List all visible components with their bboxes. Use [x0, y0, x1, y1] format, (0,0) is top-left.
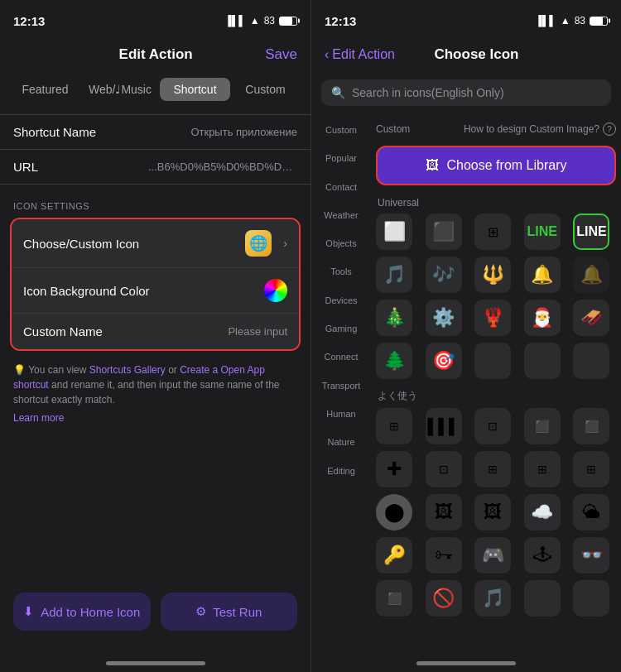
- category-nature[interactable]: Nature: [311, 428, 371, 456]
- library-btn-label: Choose from Library: [447, 158, 567, 173]
- category-human[interactable]: Human: [311, 400, 371, 428]
- help-icon[interactable]: ?: [603, 122, 616, 136]
- learn-more-link[interactable]: Learn more: [13, 410, 297, 425]
- tabs-container: Featured Web/♩Music Shortcut Custom: [0, 73, 310, 106]
- icon-cell[interactable]: [573, 343, 609, 379]
- right-content-area: Custom Popular Contact Weather Objects T…: [311, 113, 621, 644]
- icon-cell[interactable]: ⬤: [376, 494, 412, 530]
- icon-cell[interactable]: [524, 580, 561, 617]
- add-to-home-button[interactable]: ⬇ Add to Home Icon: [13, 593, 151, 631]
- battery-percent-right: 83: [575, 15, 585, 26]
- icon-cell[interactable]: ⬛: [573, 408, 609, 444]
- icon-settings-box: Choose/Custom Icon 🌐 › Icon Background C…: [10, 218, 301, 351]
- tab-featured[interactable]: Featured: [10, 78, 80, 101]
- icon-cell[interactable]: 🔑: [376, 537, 412, 574]
- icon-cell[interactable]: ⊞: [474, 214, 511, 250]
- icon-color-row[interactable]: Icon Background Color: [12, 268, 299, 314]
- icon-grid-yoku-1: ⊞ ▌▌▌ ⊡ ⬛ ⬛: [376, 408, 616, 444]
- choose-icon-label: Choose/Custom Icon: [23, 237, 139, 251]
- choose-icon-row[interactable]: Choose/Custom Icon 🌐 ›: [12, 219, 299, 268]
- icon-cell[interactable]: 🎄: [376, 300, 412, 336]
- icon-cell[interactable]: 🎵: [376, 257, 412, 293]
- battery-percent-left: 83: [264, 15, 275, 26]
- signal-icon-right: ▐▌▌: [535, 15, 556, 26]
- icon-color-label: Icon Background Color: [23, 284, 150, 298]
- icon-cell[interactable]: 🔔: [524, 257, 561, 293]
- test-label: Test Run: [213, 605, 262, 619]
- icon-cell[interactable]: ⬛: [426, 214, 462, 250]
- icon-cell[interactable]: ⊡: [474, 408, 511, 444]
- icon-cell[interactable]: ⬛: [376, 580, 412, 617]
- hint-text-2: or: [168, 364, 180, 376]
- wifi-icon-right: ▲: [561, 15, 570, 26]
- right-panel: 12:13 ▐▌▌ ▲ 83 ‹ Edit Action Choose Icon…: [310, 0, 621, 672]
- icon-cell[interactable]: 🎅: [524, 300, 561, 336]
- back-button[interactable]: ‹ Edit Action: [325, 47, 395, 62]
- icon-cell[interactable]: 🔔: [573, 257, 609, 293]
- test-run-button[interactable]: ⚙ Test Run: [161, 593, 298, 631]
- icon-cell[interactable]: 👓: [573, 537, 609, 574]
- icon-cell[interactable]: 🗝: [426, 537, 462, 574]
- icon-grid-universal-2: 🎵 🎶 🔱 🔔 🔔: [376, 257, 616, 293]
- icon-cell[interactable]: 🦞: [474, 300, 511, 336]
- icon-cell[interactable]: 🌥: [573, 494, 609, 530]
- home-indicator-left: [0, 644, 310, 672]
- category-gaming[interactable]: Gaming: [311, 314, 371, 343]
- icon-cell[interactable]: ▌▌▌: [426, 408, 462, 444]
- color-wheel-icon[interactable]: [264, 279, 287, 302]
- icon-cell[interactable]: [524, 343, 561, 379]
- hint-section: 💡 You can view Shortcuts Gallery or Crea…: [0, 354, 310, 434]
- shortcuts-gallery-link[interactable]: Shortcuts Gallery: [89, 364, 166, 376]
- category-popular[interactable]: Popular: [311, 144, 371, 172]
- category-weather[interactable]: Weather: [311, 201, 371, 229]
- time-left: 12:13: [13, 14, 45, 28]
- icon-cell[interactable]: 🖼: [474, 494, 511, 530]
- category-custom[interactable]: Custom: [311, 116, 371, 144]
- category-transport[interactable]: Transport: [311, 372, 371, 400]
- home-indicator-right: [311, 644, 621, 672]
- icon-cell[interactable]: 🌲: [376, 343, 412, 379]
- icon-cell[interactable]: 🎯: [426, 343, 462, 379]
- icon-cell[interactable]: ⊞: [376, 408, 412, 444]
- icon-cell[interactable]: ⬛: [524, 408, 561, 444]
- hint-text-3: and rename it, and then input the same n…: [13, 379, 280, 406]
- icon-cell[interactable]: 🔱: [474, 257, 511, 293]
- icon-cell[interactable]: 🎵: [474, 580, 511, 617]
- icon-cell[interactable]: ⊡: [426, 451, 462, 487]
- category-editing[interactable]: Editing: [311, 457, 371, 485]
- icon-grid-yoku-3: ⬤ 🖼 🖼 ☁️ 🌥: [376, 494, 616, 530]
- category-devices[interactable]: Devices: [311, 286, 371, 314]
- url-value: ...B6%D0%B5%D0%BD%D0%B8%D0%B5: [148, 161, 297, 173]
- icon-cell[interactable]: 🚫: [426, 580, 462, 617]
- category-contact[interactable]: Contact: [311, 173, 371, 201]
- icon-cell[interactable]: 🕹: [524, 537, 561, 574]
- icon-cell[interactable]: ☁️: [524, 494, 561, 530]
- category-objects[interactable]: Objects: [311, 229, 371, 257]
- choose-from-library-button[interactable]: 🖼 Choose from Library: [376, 146, 616, 185]
- search-bar[interactable]: 🔍 Search in icons(English Only): [321, 79, 611, 106]
- icon-cell[interactable]: ✚: [376, 451, 412, 487]
- battery-icon-right: [590, 17, 608, 26]
- icon-cell[interactable]: ⊞: [474, 451, 511, 487]
- icon-cell[interactable]: LINE: [573, 214, 609, 250]
- icon-cell[interactable]: ⬜: [376, 214, 412, 250]
- icon-cell[interactable]: ⚙️: [426, 300, 462, 336]
- custom-name-row[interactable]: Custom Name Please input: [12, 314, 299, 349]
- icon-cell[interactable]: 🛷: [573, 300, 609, 336]
- icon-cell[interactable]: 🎮: [474, 537, 511, 574]
- universal-label: Universal: [376, 194, 616, 214]
- right-page-title: Choose Icon: [434, 46, 518, 63]
- category-tools[interactable]: Tools: [311, 257, 371, 286]
- icon-cell[interactable]: LINE: [524, 214, 561, 250]
- tab-web[interactable]: Web/♩Music: [80, 78, 160, 101]
- icon-cell[interactable]: [573, 580, 609, 617]
- icon-cell[interactable]: ⊞: [524, 451, 561, 487]
- icon-cell[interactable]: ⊞: [573, 451, 609, 487]
- icon-cell[interactable]: 🖼: [426, 494, 462, 530]
- icon-cell[interactable]: 🎶: [426, 257, 462, 293]
- icon-cell[interactable]: [474, 343, 511, 379]
- save-button[interactable]: Save: [265, 46, 297, 63]
- tab-shortcut[interactable]: Shortcut: [160, 78, 230, 101]
- category-connect[interactable]: Connect: [311, 343, 371, 371]
- tab-custom[interactable]: Custom: [230, 78, 301, 101]
